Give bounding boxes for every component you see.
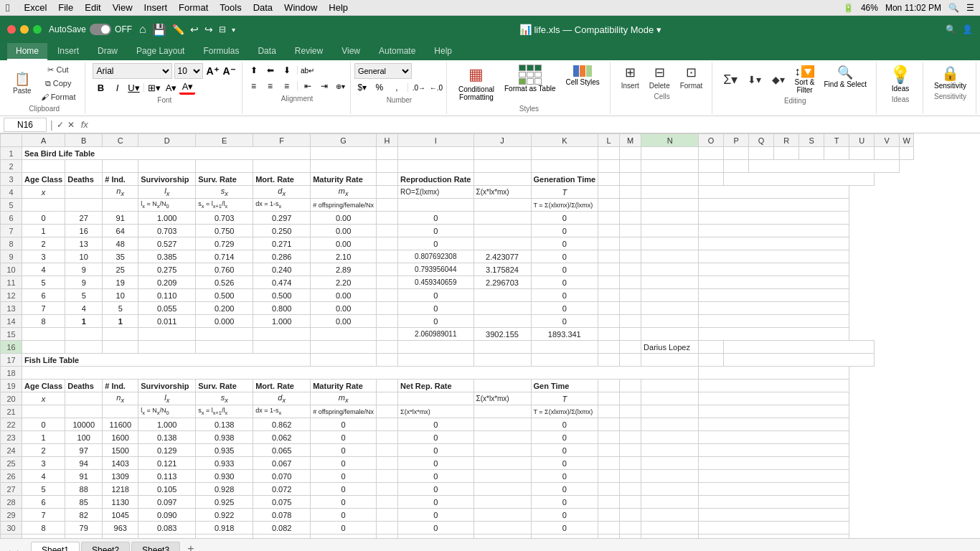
format-button[interactable]: ⊡ Format (677, 63, 707, 91)
cell-n24[interactable] (641, 444, 699, 457)
cell-i20[interactable] (398, 392, 473, 405)
cell-o1[interactable] (699, 147, 724, 160)
fill-color-button[interactable]: A▾ (163, 80, 179, 95)
accounting-format-button[interactable]: $▾ (354, 80, 370, 95)
cell-f21[interactable]: dx = 1-sx (253, 405, 311, 418)
cell-g15[interactable] (311, 328, 377, 341)
cell-n8[interactable] (641, 237, 699, 250)
cell-m17[interactable] (620, 354, 641, 367)
cell-k4[interactable]: T (531, 186, 598, 199)
cell-l1[interactable] (598, 147, 620, 160)
menu-window[interactable]: Window (284, 2, 317, 13)
cell-k24[interactable]: 0 (531, 444, 598, 457)
cell-c12[interactable]: 10 (103, 289, 138, 302)
cell-f22[interactable]: 0.862 (253, 418, 311, 431)
cell-f13[interactable]: 0.800 (253, 302, 311, 315)
cell-m8[interactable] (620, 237, 641, 250)
cell-e6[interactable]: 0.703 (196, 212, 253, 225)
cell-c23[interactable]: 1600 (103, 431, 138, 444)
cell-u1[interactable] (849, 147, 875, 160)
cell-h30[interactable] (377, 522, 398, 534)
edit-icon[interactable]: ✏️ (172, 24, 184, 35)
cell-b7[interactable]: 16 (65, 225, 103, 237)
align-left-button[interactable]: ≡ (246, 79, 262, 93)
cell-m15[interactable] (620, 328, 641, 341)
cell-c8[interactable]: 48 (103, 237, 138, 250)
menu-tools[interactable]: Tools (220, 2, 241, 13)
cell-b16[interactable] (65, 341, 103, 354)
cell-e16[interactable] (196, 341, 253, 354)
cell-a21[interactable] (22, 405, 65, 418)
cell-l5[interactable] (598, 199, 620, 212)
cell-m28[interactable] (620, 496, 641, 509)
cell-k15[interactable]: 1893.341 (531, 328, 598, 341)
cell-j23[interactable] (473, 431, 531, 444)
cell-k23[interactable]: 0 (531, 431, 598, 444)
cell-h20[interactable] (377, 392, 398, 405)
cell-f25[interactable]: 0.067 (253, 457, 311, 470)
cell-l14[interactable] (598, 315, 620, 328)
cell-k12[interactable]: 0 (531, 289, 598, 302)
cell-n11[interactable] (641, 276, 699, 289)
cell-d11[interactable]: 0.209 (138, 276, 196, 289)
tab-draw[interactable]: Draw (89, 43, 126, 60)
cell-k6[interactable]: 0 (531, 212, 598, 225)
cell-m11[interactable] (620, 276, 641, 289)
cell-a9[interactable]: 3 (22, 250, 65, 263)
undo-icon[interactable]: ↩ (190, 24, 199, 35)
cell-g3[interactable]: Maturity Rate (311, 173, 377, 186)
cell-g20[interactable]: mx (311, 392, 377, 405)
cell-k7[interactable]: 0 (531, 225, 598, 237)
cell-f9[interactable]: 0.286 (253, 250, 311, 263)
cell-d8[interactable]: 0.527 (138, 237, 196, 250)
cell-a14[interactable]: 8 (22, 315, 65, 328)
cell-n2[interactable] (641, 160, 699, 173)
cell-a11[interactable]: 5 (22, 276, 65, 289)
cell-a5[interactable] (22, 199, 65, 212)
cell-j5[interactable] (473, 199, 531, 212)
cell-a17[interactable]: Fish Life Table (22, 354, 311, 367)
increase-indent-button[interactable]: ⇥ (316, 79, 332, 93)
cell-m30[interactable] (620, 522, 641, 534)
cell-d29[interactable]: 0.090 (138, 509, 196, 522)
cell-j7[interactable] (473, 225, 531, 237)
cell-m27[interactable] (620, 483, 641, 496)
cell-e21[interactable]: sx = lx+1/lx (196, 405, 253, 418)
cell-b14[interactable]: 1 (65, 315, 103, 328)
cell-g12[interactable]: 0.00 (311, 289, 377, 302)
cell-e7[interactable]: 0.750 (196, 225, 253, 237)
cell-i16[interactable] (398, 341, 473, 354)
cell-c19[interactable]: # Ind. (103, 380, 138, 392)
cell-k14[interactable]: 0 (531, 315, 598, 328)
cell-v1[interactable] (875, 147, 900, 160)
cell-i12[interactable]: 0 (398, 289, 473, 302)
col-header-w[interactable]: W (900, 134, 914, 147)
col-header-e[interactable]: E (196, 134, 253, 147)
menu-file[interactable]: File (58, 2, 73, 13)
cell-c2[interactable] (103, 160, 138, 173)
cell-l13[interactable] (598, 302, 620, 315)
cell-e31[interactable]: 0.914 (196, 534, 253, 539)
cell-h25[interactable] (377, 457, 398, 470)
cell-g23[interactable]: 0 (311, 431, 377, 444)
decrease-font-button[interactable]: A⁻ (222, 64, 236, 78)
cell-n26[interactable] (641, 470, 699, 483)
cell-k21[interactable]: T = Σ(xlxmx)/Σ(lxmx) (531, 405, 598, 418)
redo-icon[interactable]: ↪ (204, 24, 213, 35)
cell-a2[interactable] (22, 160, 65, 173)
cell-h8[interactable] (377, 237, 398, 250)
cell-e23[interactable]: 0.938 (196, 431, 253, 444)
cell-c15[interactable] (103, 328, 138, 341)
decrease-decimal-button[interactable]: ←.0 (428, 80, 444, 95)
cell-l29[interactable] (598, 509, 620, 522)
increase-font-button[interactable]: A⁺ (205, 64, 220, 78)
close-button[interactable] (7, 25, 16, 34)
cell-k31[interactable]: 0 (531, 534, 598, 539)
cell-m24[interactable] (620, 444, 641, 457)
menu-insert[interactable]: Insert (144, 2, 168, 13)
cell-m9[interactable] (620, 250, 641, 263)
cell-i6[interactable]: 0 (398, 212, 473, 225)
cell-a6[interactable]: 0 (22, 212, 65, 225)
cell-m21[interactable] (620, 405, 641, 418)
cell-l4[interactable] (598, 186, 620, 199)
